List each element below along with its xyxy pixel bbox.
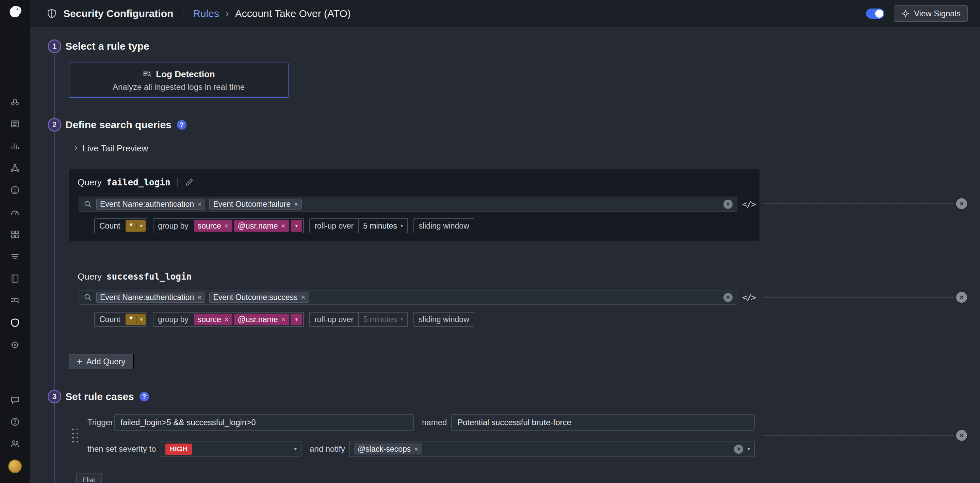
add-query-label: Add Query [86,357,126,366]
rollup-value-dropdown[interactable]: 5 minutes▾ [358,313,407,326]
stepper-line [54,46,55,483]
notify-input[interactable]: @slack-secops× × ▾ [349,441,755,457]
filter-tag[interactable]: Event Name:authentication× [96,199,205,210]
org-avatar[interactable] [8,459,22,473]
remove-tag-icon[interactable]: × [197,200,202,208]
query-2-search-input[interactable]: Event Name:authentication× Event Outcome… [79,290,737,305]
search-icon [83,293,92,302]
remove-rule-case-button[interactable]: × [956,430,967,441]
remove-query-2-button[interactable]: × [956,292,967,303]
query-panel-failed-login: Query failed_login Event Name:authentica… [69,169,759,241]
query-1-search-input[interactable]: Event Name:authentication× Event Outcome… [79,197,737,211]
group-by-tag[interactable]: @usr.name× [234,314,289,325]
code-view-icon[interactable]: </> [742,292,756,302]
remove-tag-icon[interactable]: × [281,222,285,230]
rule-type-card-title: Log Detection [156,69,215,79]
step-1-title: Select a rule type [65,40,150,53]
count-value-dropdown[interactable]: *▾ [126,220,146,232]
query-1-controls: Count *▾ group by source× @usr.name× ▾ r… [94,218,474,234]
breadcrumb-current: Account Take Over (ATO) [235,8,351,19]
group-by-dropdown[interactable]: ▾ [291,314,302,325]
rule-enabled-toggle[interactable] [866,8,885,19]
query-label: Query [78,177,102,188]
integrations-icon[interactable] [9,229,21,240]
toggle-knob [875,10,883,18]
rollup-value-dropdown[interactable]: 5 minutes▾ [358,219,407,233]
named-input[interactable] [451,414,755,431]
view-signals-button[interactable]: View Signals [894,5,968,22]
else-case-tab[interactable]: Else [76,473,102,483]
remove-tag-icon[interactable]: × [224,222,229,230]
security-shield-icon[interactable] [9,317,21,329]
filter-tag[interactable]: Event Name:authentication× [96,292,205,303]
step-3-help-icon[interactable]: ? [140,392,149,401]
dashed-connector [764,297,953,298]
code-view-icon[interactable]: </> [742,199,756,209]
query-2-controls: Count *▾ group by source× @usr.name× ▾ r… [94,312,474,327]
monitors-icon[interactable] [9,184,21,196]
pipelines-icon[interactable] [9,251,21,262]
rule-case-drag-handle[interactable] [72,429,78,443]
severity-label: then set severity to [88,441,156,457]
trigger-input[interactable] [115,414,414,431]
chevron-down-icon: ▾ [747,446,750,452]
group-by-control: group by source× @usr.name× ▾ [153,218,304,234]
datadog-logo[interactable] [8,4,23,20]
host-list-icon[interactable] [9,118,21,130]
step-2-circle: 2 [48,118,61,132]
remove-tag-icon[interactable]: × [294,200,298,208]
filter-tag[interactable]: Event Outcome:success× [209,292,309,303]
users-icon[interactable] [9,438,21,449]
remove-tag-icon[interactable]: × [301,293,305,301]
clear-search-icon[interactable]: × [724,293,733,302]
sliding-window-button[interactable]: sliding window [414,313,473,326]
chat-icon[interactable] [9,394,21,406]
filter-tag[interactable]: Event Outcome:failure× [209,199,302,210]
count-control: Count *▾ [94,218,147,234]
help-icon[interactable] [9,416,21,427]
count-label[interactable]: Count [95,313,124,326]
clear-search-icon[interactable]: × [724,200,733,209]
group-by-tag[interactable]: source× [194,220,232,232]
group-by-tag[interactable]: source× [194,314,232,325]
add-query-button[interactable]: + Add Query [69,354,134,369]
page-title: Security Configuration [63,8,173,19]
rule-type-card-log-detection[interactable]: Log Detection Analyze all ingested logs … [69,63,288,98]
remove-tag-icon[interactable]: × [224,316,229,324]
group-by-control: group by source× @usr.name× ▾ [153,312,304,327]
remove-tag-icon[interactable]: × [197,293,202,301]
shield-icon [46,8,57,19]
step-2-number: 2 [52,121,56,129]
rollup-label: roll-up over [310,219,358,233]
title-divider [183,8,183,19]
notebook-icon[interactable] [9,273,21,284]
severity-badge: HIGH [165,443,192,455]
watchdog-icon[interactable] [9,207,21,218]
count-label[interactable]: Count [95,219,124,233]
query-label: Query [78,272,102,282]
edit-pencil-icon[interactable] [185,178,194,187]
remove-tag-icon[interactable]: × [414,445,418,453]
signals-icon [901,9,910,18]
log-detection-icon[interactable] [9,295,21,307]
chevron-down-icon: ▾ [294,446,297,452]
metrics-icon[interactable] [9,140,21,152]
notify-tag[interactable]: @slack-secops× [354,443,422,454]
title-divider [177,178,178,187]
group-by-tag[interactable]: @usr.name× [234,220,289,232]
remove-tag-icon[interactable]: × [281,316,285,324]
chevron-down-icon: ▾ [137,223,146,229]
binoculars-icon[interactable] [9,96,21,108]
clear-notify-icon[interactable]: × [734,445,743,454]
group-by-dropdown[interactable]: ▾ [291,220,302,232]
breadcrumb-rules-link[interactable]: Rules [193,8,219,19]
scope-icon[interactable] [9,339,21,351]
severity-select[interactable]: HIGH ▾ [161,441,301,457]
count-value-dropdown[interactable]: *▾ [126,314,146,325]
service-map-icon[interactable] [9,162,21,174]
sliding-window-button[interactable]: sliding window [414,219,473,233]
step-2-help-icon[interactable]: ? [177,120,186,130]
remove-query-1-button[interactable]: × [956,198,967,209]
live-tail-toggle[interactable]: › Live Tail Preview [74,143,148,154]
query-2-title: Query successful_login [78,270,192,283]
